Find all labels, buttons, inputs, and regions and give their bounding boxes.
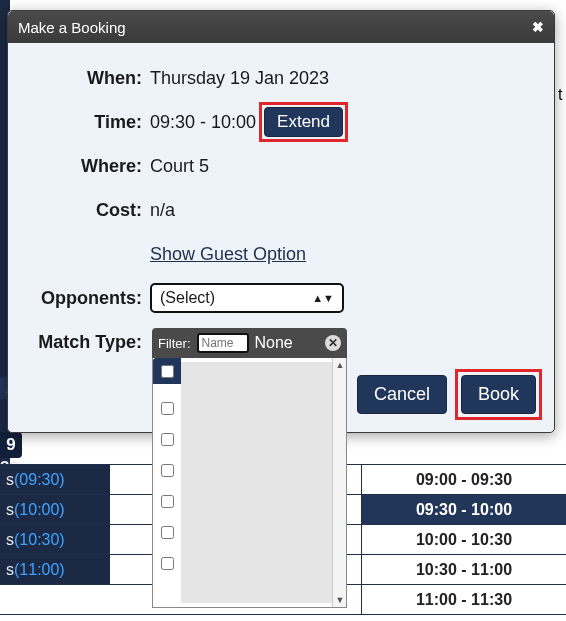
row-right[interactable]: 10:30 - 11:00 <box>361 555 566 584</box>
dropdown-close-icon[interactable]: ✕ <box>325 335 341 351</box>
label-cost: Cost: <box>28 200 150 221</box>
label-opponents: Opponents: <box>28 288 150 309</box>
label-time: Time: <box>28 112 150 133</box>
side-tab-9[interactable]: 9 <box>0 432 22 458</box>
value-cost: n/a <box>150 200 175 221</box>
cancel-button[interactable]: Cancel <box>357 375 447 414</box>
row-left: s (10:00) <box>0 495 110 524</box>
off-edge-text: t <box>558 86 566 104</box>
modal-title: Make a Booking <box>18 19 126 36</box>
filter-label: Filter: <box>158 336 191 351</box>
row-right-selected[interactable]: 09:30 - 10:00 <box>361 495 566 524</box>
scroll-down-icon[interactable]: ▼ <box>333 593 347 607</box>
filter-input[interactable] <box>197 333 249 353</box>
dropdown-checkbox[interactable] <box>161 526 174 539</box>
scroll-up-icon[interactable]: ▲ <box>333 358 347 372</box>
modal-header[interactable]: Make a Booking ✖ <box>8 11 554 43</box>
dropdown-filter-bar: Filter: None ✕ <box>152 328 347 358</box>
row-left: s (11:00) <box>0 555 110 584</box>
label-where: Where: <box>28 156 150 177</box>
opponents-select-value: (Select) <box>160 289 215 307</box>
book-button[interactable]: Book <box>461 375 536 414</box>
close-icon[interactable]: ✖ <box>532 19 544 35</box>
row-left: s (09:30) <box>0 465 110 494</box>
filter-none-label[interactable]: None <box>255 334 320 352</box>
value-when: Thursday 19 Jan 2023 <box>150 68 329 89</box>
value-time: 09:30 - 10:00 <box>150 112 256 133</box>
label-match-type: Match Type: <box>28 332 150 353</box>
row-right[interactable]: 10:00 - 10:30 <box>361 525 566 554</box>
row-left <box>0 585 110 614</box>
dropdown-checkbox-all[interactable] <box>161 365 174 378</box>
dropdown-checkbox[interactable] <box>161 495 174 508</box>
row-right[interactable]: 09:00 - 09:30 <box>361 465 566 494</box>
show-guest-option-link[interactable]: Show Guest Option <box>150 244 306 265</box>
opponents-dropdown-panel: Filter: None ✕ ▲ ▼ <box>152 328 347 608</box>
dropdown-list-area[interactable] <box>181 362 332 603</box>
row-right[interactable]: 11:00 - 11:30 <box>361 585 566 614</box>
dropdown-body: ▲ ▼ <box>152 358 347 608</box>
value-where: Court 5 <box>150 156 209 177</box>
label-when: When: <box>28 68 150 89</box>
dropdown-scrollbar[interactable]: ▲ ▼ <box>332 358 346 607</box>
dropdown-checkbox[interactable] <box>161 557 174 570</box>
dropdown-checkbox[interactable] <box>161 402 174 415</box>
extend-button[interactable]: Extend <box>264 107 343 137</box>
chevron-updown-icon: ▲▼ <box>312 292 334 304</box>
row-left: s (10:30) <box>0 525 110 554</box>
dropdown-checkbox[interactable] <box>161 464 174 477</box>
dropdown-checkbox-column <box>153 358 181 607</box>
opponents-select[interactable]: (Select) ▲▼ <box>150 283 344 313</box>
dropdown-checkbox[interactable] <box>161 433 174 446</box>
